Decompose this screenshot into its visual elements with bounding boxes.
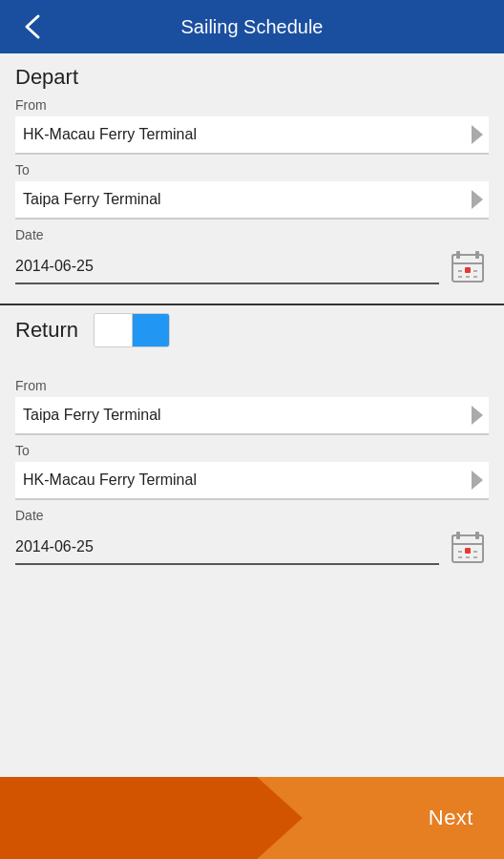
depart-section: Depart From HK-Macau Ferry Terminal To T… [0, 53, 504, 288]
return-calendar-icon[interactable] [447, 527, 489, 569]
depart-date-input[interactable]: 2014-06-25 [15, 250, 439, 284]
return-date-value: 2014-06-25 [15, 538, 94, 555]
depart-date-value: 2014-06-25 [15, 258, 94, 274]
depart-to-arrow-icon [472, 190, 483, 209]
return-toggle-row: Return [0, 305, 504, 359]
svg-rect-13 [475, 532, 479, 539]
return-to-label: To [15, 443, 489, 458]
return-to-field[interactable]: HK-Macau Ferry Terminal [15, 462, 489, 500]
depart-from-label: From [15, 97, 489, 113]
return-from-value: Taipa Ferry Terminal [23, 407, 481, 424]
footer: Next [0, 777, 504, 859]
depart-from-field[interactable]: HK-Macau Ferry Terminal [15, 116, 489, 155]
depart-from-value: HK-Macau Ferry Terminal [23, 126, 481, 143]
return-date-input[interactable]: 2014-06-25 [15, 531, 439, 565]
svg-rect-4 [465, 267, 471, 273]
svg-rect-3 [475, 251, 479, 259]
depart-title: Depart [15, 65, 489, 90]
return-from-arrow-icon [472, 406, 483, 425]
app-header: Sailing Schedule [0, 0, 504, 53]
depart-calendar-icon[interactable] [447, 246, 489, 288]
depart-to-value: Taipa Ferry Terminal [23, 191, 481, 208]
back-button[interactable] [15, 10, 50, 44]
return-from-label: From [15, 378, 489, 393]
depart-date-label: Date [15, 227, 489, 242]
svg-rect-12 [456, 532, 460, 539]
return-to-arrow-icon [472, 471, 483, 490]
page-title: Sailing Schedule [65, 16, 439, 38]
next-button[interactable]: Next [429, 806, 504, 830]
footer-arrow-bg [0, 777, 303, 859]
depart-from-arrow-icon [472, 125, 483, 144]
toggle-off-option[interactable] [94, 314, 133, 346]
return-to-value: HK-Macau Ferry Terminal [23, 471, 481, 489]
svg-rect-2 [456, 251, 460, 259]
toggle-on-option[interactable] [133, 314, 170, 346]
main-content: Depart From HK-Macau Ferry Terminal To T… [0, 53, 504, 777]
depart-to-field[interactable]: Taipa Ferry Terminal [15, 181, 489, 220]
return-toggle[interactable] [94, 313, 170, 347]
return-date-label: Date [15, 508, 489, 523]
depart-to-label: To [15, 162, 489, 178]
svg-rect-14 [465, 548, 471, 554]
return-from-field[interactable]: Taipa Ferry Terminal [15, 397, 489, 435]
return-section: From Taipa Ferry Terminal To HK-Macau Fe… [0, 359, 504, 569]
return-title: Return [15, 318, 78, 343]
depart-date-row: 2014-06-25 [15, 246, 489, 288]
return-date-row: 2014-06-25 [15, 527, 489, 569]
